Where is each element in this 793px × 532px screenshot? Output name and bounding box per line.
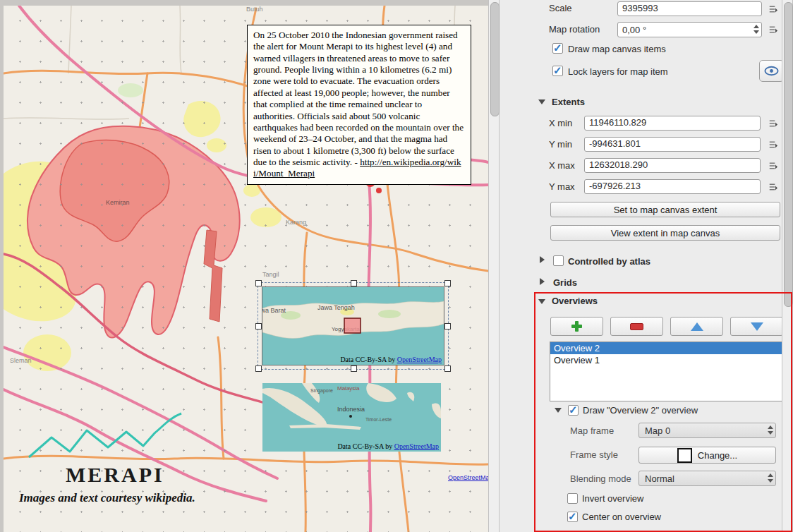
blending-mode-value: Normal xyxy=(645,473,674,484)
resize-handle-bl[interactable] xyxy=(255,365,262,372)
country-label: Malaysia xyxy=(337,385,360,392)
frame-style-label: Frame style xyxy=(570,449,618,460)
map-title-item[interactable]: MERAPI xyxy=(66,463,164,487)
place-label: Butuh xyxy=(246,6,263,13)
grids-collapse-icon[interactable] xyxy=(540,278,545,285)
osm-link[interactable]: OpenStreetMap xyxy=(394,442,439,450)
xmax-label: X max xyxy=(549,160,575,171)
view-extent-in-map-canvas-button[interactable]: View extent in map canvas xyxy=(550,225,780,241)
center-on-overview-label: Center on overview xyxy=(582,512,661,522)
extents-collapse-icon[interactable] xyxy=(538,99,545,104)
controlled-by-atlas-label: Controlled by atlas xyxy=(568,256,650,267)
map-frame-combo[interactable]: Map 0 xyxy=(638,423,776,438)
resize-handle-tc[interactable] xyxy=(351,280,357,286)
vegetation-patch xyxy=(118,83,143,97)
combo-arrows xyxy=(768,473,773,483)
map-rotation-spinbox[interactable]: 0,00 ° xyxy=(617,22,762,37)
qgis-composer-window: Butuh Kemiran Sleman Tangil Karang On 25… xyxy=(0,0,793,532)
atlas-collapse-icon[interactable] xyxy=(540,256,545,263)
canvas-vertical-scrollbar[interactable] xyxy=(488,0,500,532)
overview-map-java-item[interactable]: Jawa Barat Jawa Tengah Yogyakarta Data C… xyxy=(262,286,444,365)
list-item-overview-1[interactable]: Overview 1 xyxy=(550,354,782,366)
country-label: Timor-Leste xyxy=(365,417,392,422)
map-frame-label: Map frame xyxy=(570,425,614,436)
map-rotation-label: Map rotation xyxy=(549,24,600,35)
map-frame-value: Map 0 xyxy=(645,425,670,436)
overview-extent-rectangle xyxy=(344,318,361,333)
ymin-label: Y min xyxy=(549,139,572,150)
grids-header[interactable]: Grids xyxy=(553,277,577,288)
lock-layers-checkbox[interactable] xyxy=(552,66,563,76)
scrollbar-thumb[interactable] xyxy=(784,2,793,307)
location-dot xyxy=(349,415,352,418)
resize-handle-tr[interactable] xyxy=(444,280,451,286)
ymax-input[interactable]: -697926.213 xyxy=(584,179,761,194)
composer-canvas[interactable]: Butuh Kemiran Sleman Tangil Karang On 25… xyxy=(0,0,488,532)
place-label: Karang xyxy=(286,219,306,226)
rotation-data-defined-override-button[interactable] xyxy=(765,22,782,37)
list-item-overview-2[interactable]: Overview 2 xyxy=(550,342,782,354)
center-on-overview-checkbox[interactable] xyxy=(567,512,578,522)
xmin-input[interactable]: 11946110.829 xyxy=(584,116,761,131)
invert-overview-checkbox[interactable] xyxy=(567,493,578,504)
data-defined-override-icon xyxy=(769,24,777,35)
resize-handle-bc[interactable] xyxy=(351,365,357,372)
remove-overview-button[interactable] xyxy=(610,317,663,336)
land-patch xyxy=(378,310,401,318)
resize-handle-mr[interactable] xyxy=(444,323,451,330)
overviews-collapse-icon[interactable] xyxy=(538,299,545,304)
resize-handle-br[interactable] xyxy=(444,365,451,372)
scale-input[interactable]: 9395993 xyxy=(617,1,762,16)
scale-data-defined-override-button[interactable] xyxy=(765,1,782,17)
controlled-by-atlas-checkbox[interactable] xyxy=(553,255,564,266)
data-defined-override-icon xyxy=(769,181,777,193)
xmin-data-defined-override-button[interactable] xyxy=(765,116,782,131)
osm-attribution: Data CC-By-SA by OpenStreetMap xyxy=(340,356,442,363)
credit-text-item[interactable]: Images and text courtesy wikipedia. xyxy=(19,491,195,505)
blending-mode-combo[interactable]: Normal xyxy=(638,471,776,486)
ymax-label: Y max xyxy=(549,181,575,192)
layer-visibility-preset-button[interactable] xyxy=(759,60,784,82)
text-note-item[interactable]: On 25 October 2010 the Indonesian govern… xyxy=(247,25,471,185)
add-overview-button[interactable] xyxy=(550,317,603,336)
extents-header[interactable]: Extents xyxy=(552,97,585,107)
overviews-list[interactable]: Overview 2 Overview 1 xyxy=(550,341,783,401)
road-junction-marker xyxy=(376,188,382,193)
xmax-data-defined-override-button[interactable] xyxy=(765,158,782,174)
overview-map-indonesia-item[interactable]: Singapore Malaysia Indonesia Timor-Leste… xyxy=(262,383,441,452)
draw-map-canvas-items-label: Draw map canvas items xyxy=(568,44,666,54)
overviews-header[interactable]: Overviews xyxy=(552,296,598,306)
item-properties-panel: Scale 9395993 Map rotation 0,00 ° Draw m… xyxy=(500,0,782,532)
ymin-input[interactable]: -994631.801 xyxy=(584,137,761,152)
eye-icon xyxy=(764,66,779,76)
composition-page[interactable]: Butuh Kemiran Sleman Tangil Karang On 25… xyxy=(4,6,488,532)
panel-vertical-scrollbar[interactable] xyxy=(782,0,793,532)
ymax-data-defined-override-button[interactable] xyxy=(765,179,782,195)
blending-mode-label: Blending mode xyxy=(570,473,631,484)
yellow-zone xyxy=(207,138,226,152)
change-button-label: Change... xyxy=(698,450,737,461)
draw-overview-checkbox[interactable] xyxy=(568,405,579,416)
map-rotation-value: 0,00 ° xyxy=(622,25,646,35)
move-overview-down-button[interactable] xyxy=(730,317,783,336)
resize-handle-tl[interactable] xyxy=(255,280,262,286)
spinbox-arrows[interactable] xyxy=(753,25,759,34)
plus-icon xyxy=(571,321,582,332)
osm-link-partial[interactable]: OpenStreetMap xyxy=(448,474,488,481)
country-label: Indonesia xyxy=(337,406,365,413)
invert-overview-label: Invert overview xyxy=(582,493,643,504)
place-label: Sleman xyxy=(10,357,32,364)
osm-link[interactable]: OpenStreetMap xyxy=(397,356,442,363)
lock-layers-label: Lock layers for map item xyxy=(568,66,668,77)
draw-overview-label: Draw "Overview 2" overview xyxy=(583,405,698,416)
resize-handle-ml[interactable] xyxy=(255,323,262,330)
xmax-input[interactable]: 12632018.290 xyxy=(584,158,761,173)
scrollbar-thumb[interactable] xyxy=(490,2,500,116)
move-overview-up-button[interactable] xyxy=(670,317,723,336)
frame-style-change-button[interactable]: Change... xyxy=(638,447,776,464)
ymin-data-defined-override-button[interactable] xyxy=(765,137,782,152)
draw-overview-collapse-icon[interactable] xyxy=(555,408,562,413)
note-body: On 25 October 2010 the Indonesian govern… xyxy=(253,30,464,167)
set-to-map-canvas-extent-button[interactable]: Set to map canvas extent xyxy=(550,202,780,217)
draw-map-canvas-items-checkbox[interactable] xyxy=(552,43,563,54)
